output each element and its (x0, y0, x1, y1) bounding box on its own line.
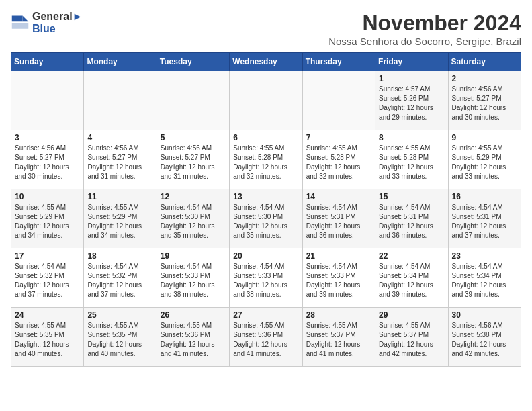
day-info: Sunrise: 4:55 AM Sunset: 5:28 PM Dayligh… (233, 144, 298, 181)
day-number: 24 (15, 310, 80, 320)
day-number: 15 (379, 192, 444, 201)
day-info: Sunrise: 4:55 AM Sunset: 5:36 PM Dayligh… (233, 321, 298, 359)
day-number: 12 (161, 192, 226, 201)
day-info: Sunrise: 4:55 AM Sunset: 5:37 PM Dayligh… (379, 321, 444, 359)
day-number: 3 (15, 133, 80, 142)
day-info: Sunrise: 4:56 AM Sunset: 5:27 PM Dayligh… (15, 144, 80, 181)
calendar-cell: 19Sunrise: 4:54 AM Sunset: 5:33 PM Dayli… (157, 248, 229, 308)
day-info: Sunrise: 4:54 AM Sunset: 5:34 PM Dayligh… (379, 262, 444, 300)
day-info: Sunrise: 4:54 AM Sunset: 5:30 PM Dayligh… (161, 203, 226, 240)
calendar-cell: 23Sunrise: 4:54 AM Sunset: 5:34 PM Dayli… (448, 248, 521, 308)
day-info: Sunrise: 4:56 AM Sunset: 5:27 PM Dayligh… (161, 144, 226, 181)
day-number: 29 (379, 310, 444, 320)
day-number: 8 (379, 133, 444, 142)
calendar-cell: 16Sunrise: 4:54 AM Sunset: 5:31 PM Dayli… (448, 189, 521, 248)
calendar-cell (11, 71, 84, 130)
weekday-header-sunday: Sunday (11, 53, 84, 71)
day-number: 1 (379, 74, 444, 83)
svg-rect-3 (12, 23, 29, 29)
day-number: 22 (379, 251, 444, 261)
calendar-cell: 20Sunrise: 4:54 AM Sunset: 5:33 PM Dayli… (230, 248, 302, 308)
calendar-cell: 25Sunrise: 4:55 AM Sunset: 5:35 PM Dayli… (84, 308, 157, 367)
day-number: 26 (161, 310, 226, 320)
day-info: Sunrise: 4:55 AM Sunset: 5:35 PM Dayligh… (87, 321, 152, 359)
calendar-cell: 30Sunrise: 4:56 AM Sunset: 5:38 PM Dayli… (448, 308, 521, 367)
day-info: Sunrise: 4:54 AM Sunset: 5:33 PM Dayligh… (161, 262, 226, 300)
day-number: 18 (87, 251, 152, 261)
day-number: 10 (15, 192, 80, 201)
day-number: 13 (233, 192, 298, 201)
weekday-header-row: SundayMondayTuesdayWednesdayThursdayFrid… (11, 53, 521, 71)
calendar-cell (302, 71, 375, 130)
calendar-cell: 10Sunrise: 4:55 AM Sunset: 5:29 PM Dayli… (11, 189, 84, 248)
calendar-subtitle: Nossa Senhora do Socorro, Sergipe, Brazi… (328, 36, 521, 47)
title-area: November 2024 Nossa Senhora do Socorro, … (328, 11, 521, 47)
calendar-cell: 22Sunrise: 4:54 AM Sunset: 5:34 PM Dayli… (375, 248, 448, 308)
calendar-table: SundayMondayTuesdayWednesdayThursdayFrid… (11, 52, 521, 367)
weekday-header-monday: Monday (84, 53, 157, 71)
calendar-cell: 12Sunrise: 4:54 AM Sunset: 5:30 PM Dayli… (157, 189, 229, 248)
calendar-week-row: 3Sunrise: 4:56 AM Sunset: 5:27 PM Daylig… (11, 130, 521, 189)
calendar-cell: 3Sunrise: 4:56 AM Sunset: 5:27 PM Daylig… (11, 130, 84, 189)
calendar-week-row: 24Sunrise: 4:55 AM Sunset: 5:35 PM Dayli… (11, 308, 521, 367)
day-info: Sunrise: 4:55 AM Sunset: 5:36 PM Dayligh… (161, 321, 226, 359)
calendar-cell: 8Sunrise: 4:55 AM Sunset: 5:28 PM Daylig… (375, 130, 448, 189)
calendar-cell: 2Sunrise: 4:56 AM Sunset: 5:27 PM Daylig… (448, 71, 521, 130)
svg-rect-2 (12, 16, 23, 22)
calendar-header: SundayMondayTuesdayWednesdayThursdayFrid… (11, 53, 521, 71)
day-number: 6 (233, 133, 298, 142)
day-number: 23 (452, 251, 517, 261)
calendar-cell (84, 71, 157, 130)
day-info: Sunrise: 4:56 AM Sunset: 5:27 PM Dayligh… (452, 85, 517, 122)
calendar-cell: 27Sunrise: 4:55 AM Sunset: 5:36 PM Dayli… (230, 308, 302, 367)
calendar-cell: 15Sunrise: 4:54 AM Sunset: 5:31 PM Dayli… (375, 189, 448, 248)
logo-text: General► Blue (32, 11, 83, 35)
day-number: 21 (306, 251, 371, 261)
weekday-header-thursday: Thursday (302, 53, 375, 71)
day-info: Sunrise: 4:54 AM Sunset: 5:32 PM Dayligh… (87, 262, 152, 300)
day-number: 25 (87, 310, 152, 320)
calendar-cell: 24Sunrise: 4:55 AM Sunset: 5:35 PM Dayli… (11, 308, 84, 367)
calendar-cell: 11Sunrise: 4:55 AM Sunset: 5:29 PM Dayli… (84, 189, 157, 248)
logo-icon (11, 13, 30, 32)
day-info: Sunrise: 4:54 AM Sunset: 5:32 PM Dayligh… (15, 262, 80, 300)
day-info: Sunrise: 4:55 AM Sunset: 5:29 PM Dayligh… (452, 144, 517, 181)
day-number: 9 (452, 133, 517, 142)
day-info: Sunrise: 4:54 AM Sunset: 5:34 PM Dayligh… (452, 262, 517, 300)
day-info: Sunrise: 4:54 AM Sunset: 5:31 PM Dayligh… (452, 203, 517, 240)
day-number: 28 (306, 310, 371, 320)
calendar-cell: 1Sunrise: 4:57 AM Sunset: 5:26 PM Daylig… (375, 71, 448, 130)
day-info: Sunrise: 4:56 AM Sunset: 5:38 PM Dayligh… (452, 321, 517, 359)
calendar-body: 1Sunrise: 4:57 AM Sunset: 5:26 PM Daylig… (11, 71, 521, 367)
day-number: 17 (15, 251, 80, 261)
day-number: 16 (452, 192, 517, 201)
calendar-cell (230, 71, 302, 130)
day-info: Sunrise: 4:56 AM Sunset: 5:27 PM Dayligh… (87, 144, 152, 181)
calendar-cell: 21Sunrise: 4:54 AM Sunset: 5:33 PM Dayli… (302, 248, 375, 308)
day-info: Sunrise: 4:55 AM Sunset: 5:35 PM Dayligh… (15, 321, 80, 359)
day-info: Sunrise: 4:54 AM Sunset: 5:31 PM Dayligh… (306, 203, 371, 240)
calendar-cell: 4Sunrise: 4:56 AM Sunset: 5:27 PM Daylig… (84, 130, 157, 189)
calendar-week-row: 1Sunrise: 4:57 AM Sunset: 5:26 PM Daylig… (11, 71, 521, 130)
day-number: 27 (233, 310, 298, 320)
weekday-header-friday: Friday (375, 53, 448, 71)
day-number: 4 (87, 133, 152, 142)
calendar-cell: 13Sunrise: 4:54 AM Sunset: 5:30 PM Dayli… (230, 189, 302, 248)
calendar-cell: 5Sunrise: 4:56 AM Sunset: 5:27 PM Daylig… (157, 130, 229, 189)
day-number: 30 (452, 310, 517, 320)
day-info: Sunrise: 4:54 AM Sunset: 5:31 PM Dayligh… (379, 203, 444, 240)
calendar-cell: 26Sunrise: 4:55 AM Sunset: 5:36 PM Dayli… (157, 308, 229, 367)
day-number: 7 (306, 133, 371, 142)
day-number: 20 (233, 251, 298, 261)
calendar-cell: 18Sunrise: 4:54 AM Sunset: 5:32 PM Dayli… (84, 248, 157, 308)
calendar-week-row: 10Sunrise: 4:55 AM Sunset: 5:29 PM Dayli… (11, 189, 521, 248)
calendar-cell: 6Sunrise: 4:55 AM Sunset: 5:28 PM Daylig… (230, 130, 302, 189)
calendar-cell: 29Sunrise: 4:55 AM Sunset: 5:37 PM Dayli… (375, 308, 448, 367)
day-info: Sunrise: 4:54 AM Sunset: 5:33 PM Dayligh… (233, 262, 298, 300)
day-number: 11 (87, 192, 152, 201)
day-number: 5 (161, 133, 226, 142)
weekday-header-wednesday: Wednesday (230, 53, 302, 71)
svg-marker-1 (23, 16, 29, 22)
weekday-header-tuesday: Tuesday (157, 53, 229, 71)
day-info: Sunrise: 4:55 AM Sunset: 5:28 PM Dayligh… (379, 144, 444, 181)
